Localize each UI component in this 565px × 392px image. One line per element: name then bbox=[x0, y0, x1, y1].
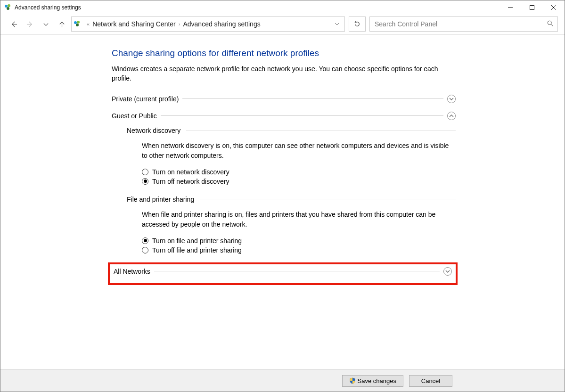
breadcrumb-parent[interactable]: Network and Sharing Center bbox=[92, 20, 176, 28]
radio-icon bbox=[142, 237, 148, 244]
content-area: Change sharing options for different net… bbox=[0, 35, 565, 369]
address-dropdown-button[interactable] bbox=[331, 22, 343, 26]
network-discovery-radio-group: Turn on network discovery Turn off netwo… bbox=[142, 168, 456, 185]
cancel-button[interactable]: Cancel bbox=[409, 375, 452, 387]
radio-turn-on-network-discovery[interactable]: Turn on network discovery bbox=[142, 168, 456, 176]
chevron-down-icon[interactable] bbox=[447, 95, 456, 103]
control-panel-icon bbox=[74, 20, 81, 28]
radio-label: Turn off file and printer sharing bbox=[152, 246, 242, 254]
titlebar: Advanced sharing settings bbox=[0, 0, 565, 15]
network-discovery-description: When network discovery is on, this compu… bbox=[142, 141, 456, 161]
svg-point-12 bbox=[76, 24, 79, 26]
file-printer-sharing-description: When file and printer sharing is on, fil… bbox=[142, 210, 456, 229]
radio-icon bbox=[142, 247, 148, 253]
radio-icon bbox=[142, 178, 148, 185]
recent-locations-button[interactable] bbox=[39, 17, 52, 31]
content-inner: Change sharing options for different net… bbox=[112, 48, 456, 285]
file-printer-sharing-section: File and printer sharing When file and p… bbox=[127, 196, 456, 254]
search-icon[interactable] bbox=[547, 20, 554, 28]
svg-point-10 bbox=[74, 21, 77, 24]
svg-point-0 bbox=[5, 5, 8, 8]
maximize-button[interactable] bbox=[521, 0, 543, 15]
window-title: Advanced sharing settings bbox=[15, 4, 81, 11]
radio-turn-off-file-printer-sharing[interactable]: Turn off file and printer sharing bbox=[142, 246, 456, 254]
radio-icon bbox=[142, 169, 148, 175]
profile-private-label: Private (current profile) bbox=[112, 95, 179, 103]
search-box[interactable] bbox=[369, 16, 558, 32]
chevron-right-icon: › bbox=[179, 21, 180, 27]
minimize-button[interactable] bbox=[499, 0, 521, 15]
profile-private-header[interactable]: Private (current profile) bbox=[112, 95, 456, 103]
refresh-button[interactable] bbox=[349, 16, 366, 32]
button-label: Save changes bbox=[358, 377, 396, 384]
page-title: Change sharing options for different net… bbox=[112, 48, 456, 58]
footer-toolbar: Save changes Cancel bbox=[0, 369, 565, 392]
chevron-up-icon[interactable] bbox=[447, 112, 456, 120]
nav-toolbar: « Network and Sharing Center › Advanced … bbox=[0, 15, 565, 33]
profile-all-networks-label: All Networks bbox=[114, 268, 150, 275]
radio-label: Turn on file and printer sharing bbox=[152, 237, 242, 245]
radio-label: Turn off network discovery bbox=[152, 178, 229, 185]
network-discovery-heading: Network discovery bbox=[127, 127, 456, 134]
svg-point-13 bbox=[548, 21, 551, 24]
svg-line-14 bbox=[551, 24, 553, 26]
all-networks-highlight: All Networks bbox=[108, 262, 458, 285]
chevron-left-double-icon: « bbox=[87, 21, 90, 27]
close-button[interactable] bbox=[543, 0, 565, 15]
back-button[interactable] bbox=[7, 17, 20, 31]
profile-all-networks-header[interactable]: All Networks bbox=[114, 267, 452, 276]
subsection-label: Network discovery bbox=[127, 127, 180, 134]
radio-turn-off-network-discovery[interactable]: Turn off network discovery bbox=[142, 178, 456, 185]
page-description: Windows creates a separate network profi… bbox=[112, 64, 456, 83]
svg-point-11 bbox=[77, 21, 80, 24]
control-panel-icon bbox=[4, 4, 12, 11]
file-printer-sharing-heading: File and printer sharing bbox=[127, 196, 456, 203]
button-label: Cancel bbox=[421, 377, 440, 384]
radio-label: Turn on network discovery bbox=[152, 168, 229, 176]
save-changes-button[interactable]: Save changes bbox=[342, 375, 403, 387]
breadcrumb-current[interactable]: Advanced sharing settings bbox=[183, 20, 260, 28]
profile-guest-label: Guest or Public bbox=[112, 112, 157, 120]
address-bar[interactable]: « Network and Sharing Center › Advanced … bbox=[71, 16, 345, 32]
control-panel-window: Advanced sharing settings bbox=[0, 0, 565, 392]
forward-button[interactable] bbox=[23, 17, 36, 31]
uac-shield-icon bbox=[349, 377, 356, 384]
file-printer-sharing-radio-group: Turn on file and printer sharing Turn of… bbox=[142, 237, 456, 254]
svg-point-1 bbox=[8, 4, 10, 7]
search-input[interactable] bbox=[374, 20, 547, 28]
subsection-label: File and printer sharing bbox=[127, 196, 194, 203]
address-container: « Network and Sharing Center › Advanced … bbox=[71, 16, 558, 32]
up-button[interactable] bbox=[55, 17, 68, 31]
radio-turn-on-file-printer-sharing[interactable]: Turn on file and printer sharing bbox=[142, 237, 456, 245]
svg-rect-4 bbox=[530, 6, 534, 10]
chevron-down-icon[interactable] bbox=[443, 267, 452, 276]
profile-guest-header[interactable]: Guest or Public bbox=[112, 112, 456, 120]
network-discovery-section: Network discovery When network discovery… bbox=[127, 127, 456, 185]
svg-point-2 bbox=[7, 7, 9, 10]
